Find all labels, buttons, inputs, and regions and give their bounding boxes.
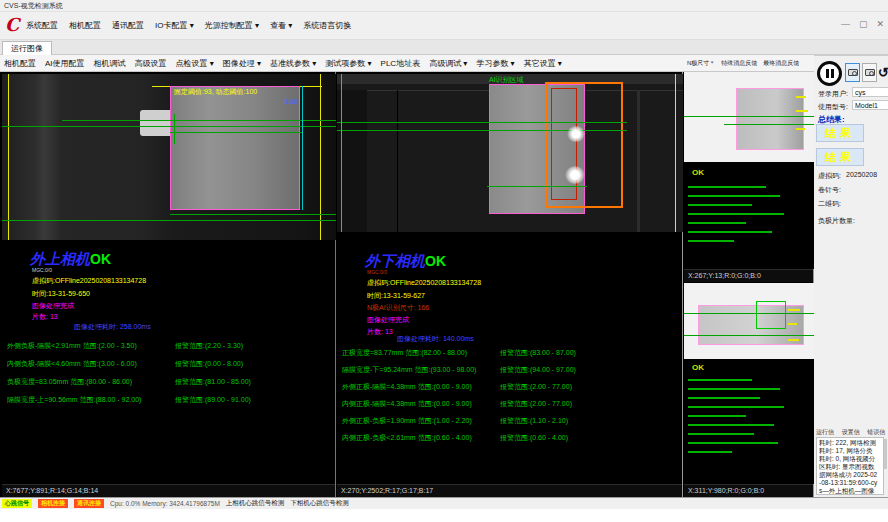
menu-item[interactable]: 相机配置: [69, 20, 101, 31]
status-line: 图像处理完成: [367, 315, 409, 325]
menu-item[interactable]: IO卡配置 ▾: [155, 20, 194, 31]
result-ok: OK: [425, 253, 446, 269]
threshold-overlay: 固定阈值:93, 动态阈值:100: [174, 87, 257, 97]
menu-item[interactable]: 系统配置: [26, 20, 58, 31]
text-line: [688, 204, 752, 206]
preview-text-2: OK: [684, 359, 814, 484]
camera-image-lower[interactable]: AI识别区域: [337, 74, 683, 232]
preview-image-1[interactable]: [684, 72, 814, 162]
upper-cam-heartbeat-link[interactable]: 上相机心跳信号检测: [226, 499, 285, 508]
reset-icon: ↺: [878, 65, 888, 80]
menu-item[interactable]: 系统语言切换: [303, 20, 351, 31]
edge-line: [302, 86, 303, 210]
heartbeat-badge: 心跳信号: [2, 499, 32, 508]
pause-icon: [826, 69, 829, 78]
toolbar-item[interactable]: 相机配置: [4, 58, 36, 69]
right-panel-tabs: N极尺寸＊特殊消息反馈最终消息反馈: [684, 55, 814, 72]
camera-image-upper[interactable]: 固定阈值:93, 动态阈值:100 3.66: [2, 74, 336, 240]
maximize-icon[interactable]: ▢: [859, 19, 868, 29]
ai-region-overlay: AI识别区域: [489, 75, 524, 85]
count-line: 片数: 13: [32, 312, 58, 322]
baseline: [684, 116, 814, 117]
alarm-range: 报警范围:(83.00 - 87.00): [500, 348, 576, 358]
tiny-label: [796, 128, 805, 130]
sidebar: ↺ 登录用户: cys 使用型号: Model1 总结果: 结果 结果 虚拟码:…: [814, 55, 888, 497]
app-window: CVS-视觉检测系统 C 系统配置相机配置通讯配置IO卡配置 ▾光源控制配置 ▾…: [0, 0, 888, 522]
right-tab[interactable]: 特殊消息反馈: [721, 59, 757, 68]
status-bar: 心跳信号 相机连接 通讯连接 Cpu: 0.0% Memory: 3424.41…: [0, 497, 888, 509]
toolbar-item[interactable]: 测试项参数 ▾: [325, 58, 371, 69]
toolbar-item[interactable]: 其它设置 ▾: [524, 58, 562, 69]
bottom-strip: [0, 509, 888, 522]
app-logo-icon: C: [5, 14, 19, 35]
right-tab[interactable]: 最终消息反馈: [763, 59, 799, 68]
toolbar-item[interactable]: 基准线参数 ▾: [270, 58, 316, 69]
preview-text-1: OK: [684, 162, 814, 269]
text-line: [688, 240, 734, 242]
camera-icon: [848, 69, 858, 76]
close-icon[interactable]: ✕: [876, 19, 884, 29]
camera-1-button[interactable]: [845, 63, 860, 82]
pause-icon: [831, 69, 834, 78]
highlight-spot: [567, 126, 585, 142]
model-value[interactable]: Model1: [852, 100, 888, 110]
toolbar-item[interactable]: PLC地址表: [381, 58, 421, 69]
comm-conn-badge: 通讯连接: [74, 499, 104, 508]
measurement-text: 外侧负极-隔膜<2.91mm 范围:(2.00 - 3.50): [7, 341, 137, 351]
camera-panel-upper: 固定阈值:93, 动态阈值:100 3.66 外上相机OK MGC:0/0 虚拟…: [2, 72, 336, 497]
measurement-rows: 正极宽度=83.77mm 范围:(82.00 - 88.00) 报警范围:(83…: [342, 348, 667, 450]
pixel-readout: X:267;Y:13;R:0;G:0;B:0: [684, 269, 813, 282]
right-tab[interactable]: N极尺寸＊: [687, 59, 715, 68]
baseline: [684, 313, 814, 314]
text-line: [688, 406, 784, 408]
seam: [637, 90, 640, 232]
menu-item[interactable]: 通讯配置: [112, 20, 144, 31]
preview-image-2[interactable]: [684, 283, 814, 359]
measurement-row: 外侧正极-负极=1.90mm 范围:(1.00 - 2.20) 报警范围:(1.…: [342, 416, 667, 433]
lower-cam-heartbeat-link[interactable]: 下相机心跳信号检测: [290, 499, 349, 508]
camera-2-button[interactable]: [862, 63, 877, 82]
menu-item[interactable]: 光源控制配置 ▾: [205, 20, 259, 31]
measurement-text: 内侧负极-隔膜<4.60mm 范围:(3.00 - 6.00): [7, 359, 137, 369]
reset-button[interactable]: ↺: [879, 63, 888, 82]
result-ok: OK: [90, 251, 111, 267]
tiny-label: [796, 110, 808, 112]
text-line: [688, 433, 754, 435]
measurement-text: 内侧正极-隔膜=4.38mm 范围:(0.00 - 9.00): [342, 399, 472, 409]
toolbar-item[interactable]: 点检设置 ▾: [176, 58, 214, 69]
measurement-text: 内侧正极-负极<2.61mm 范围:(0.60 - 4.00): [342, 433, 472, 443]
baseline: [724, 124, 814, 125]
login-value[interactable]: cys: [852, 87, 888, 97]
text-line: [688, 222, 746, 224]
measurement-row: 外侧负极-隔膜<2.91mm 范围:(2.00 - 3.50) 报警范围:(2.…: [7, 341, 332, 359]
toolbar-item[interactable]: 学习参数 ▾: [476, 58, 514, 69]
alarm-range: 报警范围:(1.10 - 2.10): [500, 416, 568, 426]
baseline: [2, 220, 336, 221]
toolbar-item[interactable]: 高级调试 ▾: [429, 58, 467, 69]
tiny-label: [788, 323, 797, 325]
toolbar-item[interactable]: AI使用配置: [45, 58, 85, 69]
tiny-label: [788, 339, 799, 341]
minimize-icon[interactable]: —: [841, 19, 850, 29]
log-textbox[interactable]: 耗时: 222, 网络检测耗时: 17, 网络分类耗时: 0, 网络视频分区耗时…: [816, 437, 884, 495]
toolbar-item[interactable]: 相机调试: [94, 58, 126, 69]
pause-button[interactable]: [817, 61, 842, 86]
tab-run-image[interactable]: 运行图像: [2, 41, 52, 55]
alarm-range: 报警范围:(81.00 - 85.00): [175, 377, 251, 387]
alarm-range: 报警范围:(2.20 - 3.30): [175, 341, 243, 351]
menu-item[interactable]: 查看 ▾: [270, 20, 292, 31]
vcode-value: 20250208: [846, 171, 877, 178]
baseline: [170, 132, 302, 133]
measure-overlay: 3.66: [284, 98, 298, 105]
camera-conn-badge: 相机连接: [38, 499, 68, 508]
pixel-readout: X:270;Y:2502;R:17;G:17;B:17: [337, 484, 682, 497]
log-scrollbar[interactable]: [884, 439, 887, 469]
barcode-line: 虚拟码:OFFline20250208133134728: [367, 278, 481, 288]
toolbar-item[interactable]: 图像处理 ▾: [223, 58, 261, 69]
measurement-row: 隔膜宽度-上=90.56mm 范围:(88.00 - 92.00) 报警范围:(…: [7, 395, 332, 413]
toolbar-item[interactable]: 高级设置: [135, 58, 167, 69]
roi-box-green: [756, 301, 786, 329]
sub-status: MGC:0/0: [367, 269, 387, 275]
measurement-text: 负极宽度=83.05mm 范围:(80.00 - 86.00): [7, 377, 132, 387]
count-line: 片数: 13: [367, 327, 393, 337]
